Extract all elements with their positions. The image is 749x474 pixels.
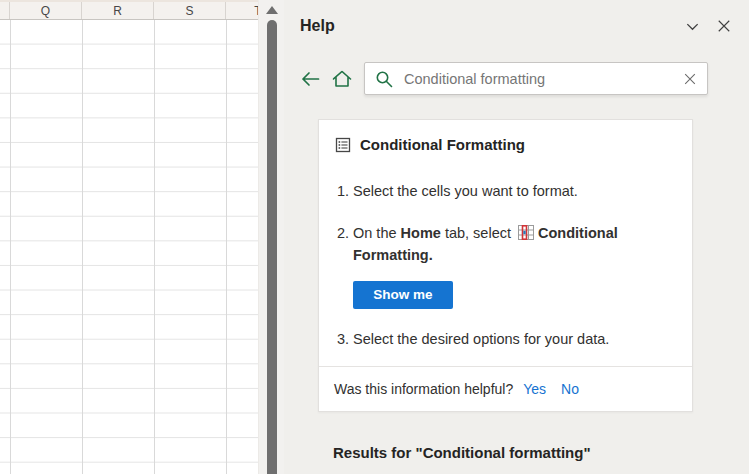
step-text: Select the cells you want to format. [353, 181, 678, 202]
help-pane: Help [284, 0, 749, 474]
chevron-down-icon [685, 19, 700, 34]
article-title: Conditional Formatting [360, 136, 525, 153]
search-input[interactable] [404, 71, 683, 87]
column-header-r[interactable]: R [82, 2, 154, 19]
article-icon [335, 137, 351, 153]
feedback-question: Was this information helpful? [334, 381, 513, 397]
worksheet-cells[interactable] [0, 20, 258, 474]
column-header-s[interactable]: S [154, 2, 226, 19]
step-2: 2. On the Home tab, select Conditional F… [333, 223, 678, 266]
clear-search-button[interactable] [683, 72, 697, 86]
step-number: 1. [337, 181, 353, 202]
vertical-scrollbar[interactable] [258, 0, 284, 474]
show-me-button[interactable]: Show me [353, 281, 453, 309]
card-divider [319, 366, 692, 367]
close-icon [717, 19, 731, 33]
search-field[interactable] [364, 62, 708, 95]
results-heading: Results for "Conditional formatting" [333, 444, 709, 461]
step-text: On the Home tab, select Conditional Form… [353, 223, 678, 266]
search-icon [375, 70, 393, 88]
close-pane-button[interactable] [717, 19, 731, 33]
clear-icon [683, 72, 697, 86]
scrollbar-thumb[interactable] [267, 20, 277, 474]
spreadsheet-grid[interactable]: Q R S T [0, 0, 258, 474]
pane-options-button[interactable] [685, 19, 700, 34]
column-header-q[interactable]: Q [10, 2, 82, 19]
feedback-no-link[interactable]: No [561, 381, 579, 397]
column-header-row: Q R S T [0, 0, 258, 20]
step-number: 2. [337, 223, 353, 266]
help-pane-title: Help [300, 17, 335, 35]
back-button[interactable] [300, 70, 321, 88]
help-article-card: Conditional Formatting 1. Select the cel… [318, 119, 693, 412]
step-number: 3. [337, 329, 353, 350]
feedback-yes-link[interactable]: Yes [523, 381, 546, 397]
scroll-up-button[interactable] [266, 6, 278, 14]
home-button[interactable] [332, 69, 352, 88]
step-3: 3. Select the desired options for your d… [333, 329, 678, 350]
help-pane-header: Help [284, 0, 749, 35]
step-text: Select the desired options for your data… [353, 329, 678, 350]
feedback-row: Was this information helpful? Yes No [333, 381, 678, 397]
help-search-bar [300, 62, 708, 95]
back-arrow-icon [300, 70, 321, 88]
column-header-t[interactable]: T [226, 2, 258, 19]
column-header-partial[interactable] [0, 2, 10, 19]
step-1: 1. Select the cells you want to format. [333, 181, 678, 202]
conditional-formatting-icon [518, 225, 534, 246]
home-icon [332, 69, 352, 88]
